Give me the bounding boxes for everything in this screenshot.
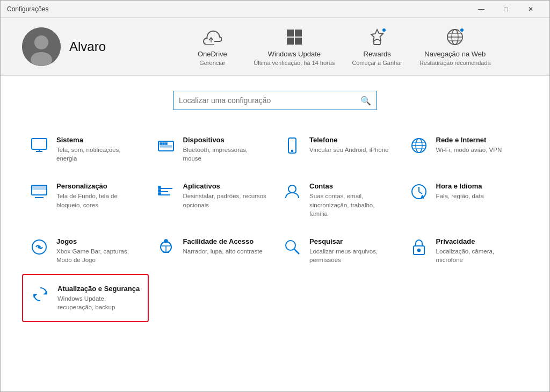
privacidade-subtitle: Localização, câmera, microfone: [436, 247, 521, 264]
contas-subtitle: Suas contas, email, sincronização, traba…: [309, 192, 394, 217]
contas-title: Contas: [309, 182, 394, 190]
navegacao-web-label: Navegação na Web: [424, 50, 486, 58]
hora-title: Hora e Idioma: [436, 182, 484, 190]
settings-item-contas[interactable]: Contas Suas contas, email, sincronização…: [275, 172, 402, 227]
svg-rect-34: [158, 186, 161, 188]
svg-rect-35: [158, 190, 161, 192]
user-name: Alvaro: [69, 39, 106, 54]
settings-item-facilidade[interactable]: Facilidade de Acesso Narrador, lupa, alt…: [149, 228, 276, 274]
onedrive-shortcut[interactable]: OneDrive Gerenciar: [188, 26, 236, 67]
svg-point-1: [34, 35, 48, 49]
user-profile: Alvaro: [22, 27, 129, 66]
privacidade-title: Privacidade: [436, 237, 521, 245]
aplicativos-subtitle: Desinstalar, padrões, recursos opcionais: [183, 192, 268, 209]
windows-update-label: Windows Update: [268, 50, 321, 58]
rewards-label: Rewards: [364, 50, 391, 58]
onedrive-sublabel: Gerenciar: [199, 59, 225, 67]
facilidade-subtitle: Narrador, lupa, alto contraste: [183, 247, 263, 256]
svg-rect-5: [295, 30, 302, 37]
rede-text: Rede e Internet Wi-Fi, modo avião, VPN: [436, 136, 502, 154]
onedrive-icon: [201, 26, 223, 48]
sistema-subtitle: Tela, som, notificações, energia: [56, 146, 141, 163]
jogos-text: Jogos Xbox Game Bar, capturas, Modo de J…: [56, 237, 141, 264]
settings-item-sistema[interactable]: Sistema Tela, som, notificações, energia: [22, 126, 149, 172]
navegacao-web-icon: [444, 26, 466, 48]
settings-item-privacidade[interactable]: Privacidade Localização, câmera, microfo…: [402, 228, 529, 274]
privacidade-icon: [409, 237, 429, 257]
header: Alvaro OneDrive Gerenciar: [1, 18, 549, 76]
atualizacao-icon: [31, 285, 50, 304]
search-input[interactable]: [179, 96, 360, 105]
atualizacao-subtitle: Windows Update, recuperação, backup: [57, 294, 140, 311]
aplicativos-text: Aplicativos Desinstalar, padrões, recurs…: [183, 182, 268, 209]
onedrive-label: OneDrive: [198, 50, 227, 58]
settings-item-pesquisar[interactable]: Pesquisar Localizar meus arquivos, permi…: [275, 228, 402, 274]
windows-update-shortcut[interactable]: Windows Update Última verificação: há 14…: [254, 26, 335, 67]
facilidade-text: Facilidade de Acesso Narrador, lupa, alt…: [183, 237, 263, 256]
jogos-title: Jogos: [56, 237, 141, 245]
settings-item-telefone[interactable]: Telefone Vincular seu Android, iPhone: [275, 126, 402, 172]
svg-point-43: [38, 246, 40, 248]
personalizacao-icon: [30, 182, 49, 201]
avatar: [22, 27, 61, 66]
hora-text: Hora e Idioma Fala, região, data: [436, 182, 484, 200]
settings-item-hora[interactable]: A Hora e Idioma Fala, região, data: [402, 172, 529, 227]
settings-item-dispositivos[interactable]: Dispositivos Bluetooth, impressoras, mou…: [149, 126, 276, 172]
svg-rect-36: [158, 193, 161, 195]
personalizacao-text: Personalização Tela de Fundo, tela de bl…: [56, 182, 141, 209]
search-section: 🔍: [1, 76, 549, 121]
rewards-sublabel: Começar a Ganhar: [352, 59, 402, 67]
svg-point-37: [288, 185, 296, 193]
dispositivos-subtitle: Bluetooth, impressoras, mouse: [183, 146, 268, 163]
svg-point-49: [286, 241, 295, 250]
close-button[interactable]: ✕: [518, 1, 543, 18]
rewards-icon: [366, 26, 388, 48]
privacidade-text: Privacidade Localização, câmera, microfo…: [436, 237, 521, 264]
windows-update-icon: [284, 26, 305, 48]
svg-rect-4: [287, 30, 294, 37]
svg-rect-18: [163, 143, 164, 144]
atualizacao-title: Atualização e Segurança: [57, 285, 140, 293]
telefone-subtitle: Vincular seu Android, iPhone: [309, 146, 388, 154]
contas-text: Contas Suas contas, email, sincronização…: [309, 182, 394, 217]
sistema-text: Sistema Tela, som, notificações, energia: [56, 136, 141, 163]
telefone-title: Telefone: [309, 136, 388, 144]
atualizacao-text: Atualização e Segurança Windows Update, …: [57, 285, 140, 311]
svg-point-22: [292, 150, 293, 152]
windows-update-sublabel: Última verificação: há 14 horas: [254, 59, 335, 67]
maximize-button[interactable]: □: [494, 1, 518, 18]
navegacao-web-shortcut[interactable]: Navegação na Web Restauração recomendada: [419, 26, 491, 67]
telefone-icon: [283, 136, 302, 155]
settings-item-atualizacao[interactable]: Atualização e Segurança Windows Update, …: [22, 274, 149, 322]
jogos-icon: [30, 237, 49, 257]
rewards-shortcut[interactable]: Rewards Começar a Ganhar: [352, 26, 402, 67]
telefone-text: Telefone Vincular seu Android, iPhone: [309, 136, 388, 154]
svg-rect-13: [32, 139, 47, 149]
settings-item-aplicativos[interactable]: Aplicativos Desinstalar, padrões, recurs…: [149, 172, 276, 227]
svg-line-40: [419, 192, 422, 194]
settings-item-rede[interactable]: Rede e Internet Wi-Fi, modo avião, VPN: [402, 126, 529, 172]
svg-rect-29: [32, 185, 47, 190]
svg-rect-6: [287, 38, 294, 45]
search-button[interactable]: 🔍: [360, 96, 371, 106]
settings-item-personalizacao[interactable]: Personalização Tela de Fundo, tela de bl…: [22, 172, 149, 227]
hora-subtitle: Fala, região, data: [436, 192, 484, 200]
personalizacao-subtitle: Tela de Fundo, tela de bloqueio, cores: [56, 192, 141, 209]
facilidade-icon: [156, 237, 176, 257]
aplicativos-icon: [156, 182, 176, 201]
settings-item-jogos[interactable]: Jogos Xbox Game Bar, capturas, Modo de J…: [22, 228, 149, 274]
pesquisar-title: Pesquisar: [309, 237, 394, 245]
minimize-button[interactable]: —: [469, 1, 494, 18]
dispositivos-title: Dispositivos: [183, 136, 268, 144]
settings-grid: Sistema Tela, som, notificações, energia…: [1, 121, 549, 333]
rede-icon: [409, 136, 429, 155]
facilidade-title: Facilidade de Acesso: [183, 237, 263, 245]
titlebar: Configurações — □ ✕: [1, 1, 549, 18]
svg-rect-20: [160, 146, 172, 147]
window-title: Configurações: [7, 5, 469, 13]
aplicativos-title: Aplicativos: [183, 182, 268, 190]
sistema-title: Sistema: [56, 136, 141, 144]
contas-icon: [283, 182, 302, 201]
navegacao-web-sublabel: Restauração recomendada: [419, 59, 491, 67]
pesquisar-icon: [283, 237, 302, 257]
